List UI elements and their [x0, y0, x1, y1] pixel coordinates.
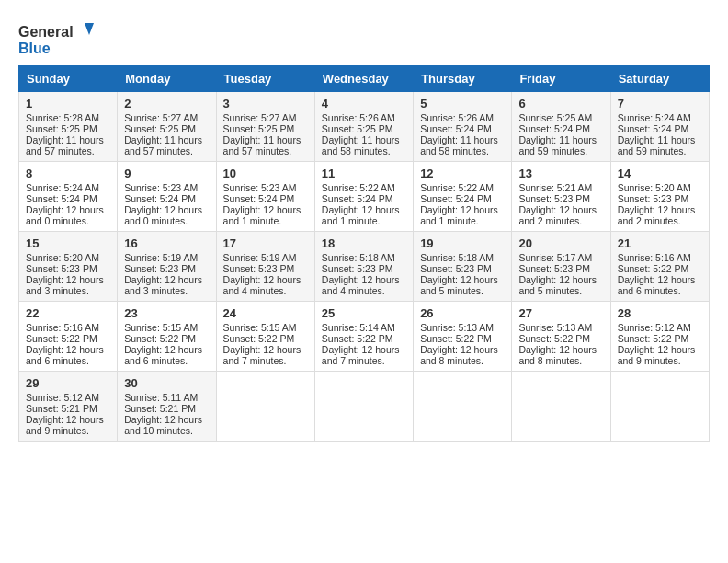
calendar-cell: 2Sunrise: 5:27 AMSunset: 5:25 PMDaylight…	[118, 92, 216, 162]
day-number: 10	[223, 167, 308, 180]
day-header-wednesday: Wednesday	[314, 66, 413, 92]
logo: GeneralBlue	[18, 18, 101, 60]
day-number: 21	[618, 236, 702, 250]
header-row: SundayMondayTuesdayWednesdayThursdayFrid…	[19, 66, 710, 92]
day-number: 23	[124, 306, 209, 320]
day-info: Sunrise: 5:23 AMSunset: 5:24 PMDaylight:…	[223, 182, 301, 226]
day-number: 12	[420, 167, 505, 180]
calendar-cell: 14Sunrise: 5:20 AMSunset: 5:23 PMDayligh…	[610, 162, 709, 232]
calendar-cell: 25Sunrise: 5:14 AMSunset: 5:22 PMDayligh…	[314, 302, 413, 372]
day-header-sunday: Sunday	[19, 66, 118, 92]
day-number: 5	[420, 97, 505, 110]
day-number: 29	[26, 376, 110, 390]
day-number: 17	[223, 236, 308, 250]
day-header-thursday: Thursday	[414, 66, 512, 92]
day-number: 9	[124, 167, 209, 180]
day-number: 24	[223, 306, 308, 320]
day-number: 16	[124, 236, 209, 250]
day-number: 20	[518, 236, 603, 250]
calendar-cell: 13Sunrise: 5:21 AMSunset: 5:23 PMDayligh…	[512, 162, 610, 232]
calendar-cell	[512, 372, 610, 442]
calendar-cell: 30Sunrise: 5:11 AMSunset: 5:21 PMDayligh…	[118, 372, 216, 442]
day-header-friday: Friday	[512, 66, 610, 92]
calendar-cell	[414, 372, 512, 442]
calendar-cell: 21Sunrise: 5:16 AMSunset: 5:22 PMDayligh…	[610, 232, 709, 302]
calendar-cell: 16Sunrise: 5:19 AMSunset: 5:23 PMDayligh…	[118, 232, 216, 302]
day-number: 15	[26, 236, 110, 250]
day-info: Sunrise: 5:13 AMSunset: 5:22 PMDaylight:…	[420, 322, 498, 366]
day-info: Sunrise: 5:18 AMSunset: 5:23 PMDaylight:…	[420, 252, 498, 296]
svg-text:Blue: Blue	[18, 40, 51, 56]
day-number: 26	[420, 306, 505, 320]
day-info: Sunrise: 5:14 AMSunset: 5:22 PMDaylight:…	[322, 322, 400, 366]
svg-marker-2	[85, 23, 94, 35]
day-info: Sunrise: 5:19 AMSunset: 5:23 PMDaylight:…	[223, 252, 301, 296]
day-number: 27	[518, 306, 603, 320]
day-info: Sunrise: 5:11 AMSunset: 5:21 PMDaylight:…	[124, 392, 202, 436]
day-number: 4	[322, 97, 406, 110]
day-info: Sunrise: 5:27 AMSunset: 5:25 PMDaylight:…	[124, 112, 202, 156]
calendar-cell: 15Sunrise: 5:20 AMSunset: 5:23 PMDayligh…	[19, 232, 118, 302]
calendar-cell: 5Sunrise: 5:26 AMSunset: 5:24 PMDaylight…	[414, 92, 512, 162]
day-number: 11	[322, 167, 406, 180]
day-number: 28	[618, 306, 702, 320]
day-info: Sunrise: 5:15 AMSunset: 5:22 PMDaylight:…	[223, 322, 301, 366]
page-header: GeneralBlue	[18, 18, 710, 60]
day-number: 13	[518, 167, 603, 180]
day-number: 8	[26, 167, 110, 180]
day-number: 6	[518, 97, 603, 110]
calendar-cell: 6Sunrise: 5:25 AMSunset: 5:24 PMDaylight…	[512, 92, 610, 162]
calendar-cell: 29Sunrise: 5:12 AMSunset: 5:21 PMDayligh…	[19, 372, 118, 442]
day-info: Sunrise: 5:22 AMSunset: 5:24 PMDaylight:…	[322, 182, 400, 226]
calendar-cell	[314, 372, 413, 442]
svg-text:General: General	[18, 24, 74, 40]
calendar-cell: 3Sunrise: 5:27 AMSunset: 5:25 PMDaylight…	[216, 92, 314, 162]
day-number: 14	[618, 167, 702, 180]
day-info: Sunrise: 5:25 AMSunset: 5:24 PMDaylight:…	[518, 112, 597, 156]
day-info: Sunrise: 5:26 AMSunset: 5:25 PMDaylight:…	[322, 112, 400, 156]
day-info: Sunrise: 5:12 AMSunset: 5:22 PMDaylight:…	[618, 322, 696, 366]
day-info: Sunrise: 5:28 AMSunset: 5:25 PMDaylight:…	[26, 112, 104, 156]
day-info: Sunrise: 5:21 AMSunset: 5:23 PMDaylight:…	[518, 182, 597, 226]
day-number: 30	[124, 376, 209, 390]
calendar-week-2: 8Sunrise: 5:24 AMSunset: 5:24 PMDaylight…	[19, 162, 710, 232]
calendar-cell: 26Sunrise: 5:13 AMSunset: 5:22 PMDayligh…	[414, 302, 512, 372]
calendar-cell: 10Sunrise: 5:23 AMSunset: 5:24 PMDayligh…	[216, 162, 314, 232]
calendar-cell: 24Sunrise: 5:15 AMSunset: 5:22 PMDayligh…	[216, 302, 314, 372]
calendar-cell: 22Sunrise: 5:16 AMSunset: 5:22 PMDayligh…	[19, 302, 118, 372]
day-info: Sunrise: 5:23 AMSunset: 5:24 PMDaylight:…	[124, 182, 202, 226]
day-number: 7	[618, 97, 702, 110]
day-info: Sunrise: 5:22 AMSunset: 5:24 PMDaylight:…	[420, 182, 498, 226]
day-info: Sunrise: 5:15 AMSunset: 5:22 PMDaylight:…	[124, 322, 202, 366]
calendar-cell: 4Sunrise: 5:26 AMSunset: 5:25 PMDaylight…	[314, 92, 413, 162]
day-info: Sunrise: 5:20 AMSunset: 5:23 PMDaylight:…	[618, 182, 696, 226]
day-info: Sunrise: 5:24 AMSunset: 5:24 PMDaylight:…	[26, 182, 104, 226]
day-header-saturday: Saturday	[610, 66, 709, 92]
day-info: Sunrise: 5:17 AMSunset: 5:23 PMDaylight:…	[518, 252, 597, 296]
day-info: Sunrise: 5:12 AMSunset: 5:21 PMDaylight:…	[26, 392, 104, 436]
day-info: Sunrise: 5:26 AMSunset: 5:24 PMDaylight:…	[420, 112, 498, 156]
calendar-cell: 1Sunrise: 5:28 AMSunset: 5:25 PMDaylight…	[19, 92, 118, 162]
calendar-cell: 18Sunrise: 5:18 AMSunset: 5:23 PMDayligh…	[314, 232, 413, 302]
day-info: Sunrise: 5:27 AMSunset: 5:25 PMDaylight:…	[223, 112, 301, 156]
day-info: Sunrise: 5:19 AMSunset: 5:23 PMDaylight:…	[124, 252, 202, 296]
calendar-cell: 8Sunrise: 5:24 AMSunset: 5:24 PMDaylight…	[19, 162, 118, 232]
calendar-cell: 17Sunrise: 5:19 AMSunset: 5:23 PMDayligh…	[216, 232, 314, 302]
calendar-cell: 23Sunrise: 5:15 AMSunset: 5:22 PMDayligh…	[118, 302, 216, 372]
calendar-cell	[610, 372, 709, 442]
calendar-week-3: 15Sunrise: 5:20 AMSunset: 5:23 PMDayligh…	[19, 232, 710, 302]
day-info: Sunrise: 5:13 AMSunset: 5:22 PMDaylight:…	[518, 322, 597, 366]
day-info: Sunrise: 5:24 AMSunset: 5:24 PMDaylight:…	[618, 112, 696, 156]
calendar-cell: 12Sunrise: 5:22 AMSunset: 5:24 PMDayligh…	[414, 162, 512, 232]
day-info: Sunrise: 5:20 AMSunset: 5:23 PMDaylight:…	[26, 252, 104, 296]
day-header-monday: Monday	[118, 66, 216, 92]
day-header-tuesday: Tuesday	[216, 66, 314, 92]
logo-svg: GeneralBlue	[18, 18, 101, 60]
day-number: 19	[420, 236, 505, 250]
day-number: 18	[322, 236, 406, 250]
calendar-cell: 28Sunrise: 5:12 AMSunset: 5:22 PMDayligh…	[610, 302, 709, 372]
calendar-cell: 7Sunrise: 5:24 AMSunset: 5:24 PMDaylight…	[610, 92, 709, 162]
calendar-cell: 27Sunrise: 5:13 AMSunset: 5:22 PMDayligh…	[512, 302, 610, 372]
calendar-week-4: 22Sunrise: 5:16 AMSunset: 5:22 PMDayligh…	[19, 302, 710, 372]
day-number: 3	[223, 97, 308, 110]
